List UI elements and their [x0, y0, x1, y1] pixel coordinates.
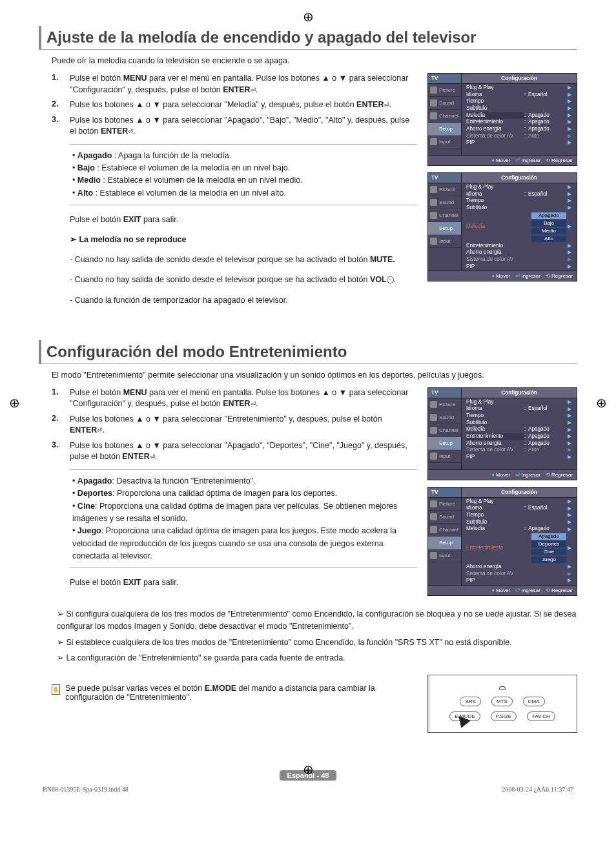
heading-accent — [39, 340, 41, 363]
osd-footer: MoverIngresarRegresar — [428, 271, 577, 281]
osd-row: Sistema de color AV.▶ — [462, 256, 576, 263]
osd-row: PIP.▶ — [462, 139, 576, 147]
osd-footer: MoverIngresarRegresar — [428, 469, 577, 480]
osd-tab: Sound — [428, 411, 461, 424]
step-num: 2. — [52, 414, 70, 436]
osd-tabs: PictureSoundChannelSetupInput — [428, 398, 462, 469]
section-melody: Ajuste de la melodía de encendido y apag… — [39, 26, 577, 314]
osd-tab: Picture — [428, 398, 461, 411]
osd-footer: MoverIngresarRegresar — [428, 155, 577, 165]
osd-row: Plug & Play.▶ — [462, 184, 576, 191]
osd-row: Subtítulo.▶ — [462, 519, 576, 526]
osd-tab: Input — [428, 549, 461, 562]
osd-row: Sistema de color AVAuto▶ — [462, 133, 576, 140]
osd-tab-icon — [430, 414, 437, 421]
remote-button-favch: FAV.CH — [527, 711, 555, 721]
osd-row: Subtítulo.▶ — [462, 105, 576, 112]
step-num: 1. — [52, 73, 70, 96]
print-footer: BN68-01395E-Spa-0319.indd 48 2008-03-24 … — [39, 786, 577, 793]
osd-tab-icon — [430, 99, 437, 107]
osd-tab-icon — [430, 212, 437, 219]
osd-option: Bajo — [531, 220, 567, 227]
osd-tab: Sound — [428, 511, 461, 524]
osd-row: Sistema de color AV.▶ — [462, 571, 576, 578]
osd-row: Plug & Play.▶ — [462, 498, 576, 506]
exit-line: Pulse el botón EXIT para salir. — [70, 214, 417, 226]
osd-tab: Input — [428, 235, 461, 248]
osd-row: Subtítulo.▶ — [462, 420, 576, 427]
osd-tabs: PictureSoundChannelSetupInput — [428, 84, 462, 155]
remote-button-psize: P.SIZE — [491, 711, 517, 721]
step-num: 3. — [52, 115, 70, 138]
remote-button-srs: SRS — [460, 697, 480, 706]
section-entertainment: Configuración del modo Entretenimiento E… — [39, 340, 577, 733]
osd-tab: Setup — [428, 222, 461, 235]
osd-tab-icon — [430, 199, 437, 206]
osd-option: Apagado — [531, 533, 567, 540]
osd-row: MelodíaApagado▶ — [462, 112, 576, 119]
note-item: Si configura cualquiera de los tres modo… — [57, 608, 577, 633]
osd-row: Tiempo.▶ — [462, 512, 576, 519]
osd-row: PIP.▶ — [462, 577, 576, 584]
options-box: Apagado: Desactiva la función "Entreteni… — [70, 469, 417, 569]
intro-melody: Puede oír la melodía cuando la televisió… — [39, 56, 577, 65]
osd-row: IdiomaEspañol▶ — [462, 405, 576, 413]
osd-row: MelodíaApagado▶ — [462, 426, 576, 433]
osd-row: PIP.▶ — [462, 454, 576, 461]
step-num: 2. — [52, 99, 70, 111]
registration-mark-icon: ⊕ — [303, 762, 314, 777]
osd-rows: Plug & Play.▶IdiomaEspañol▶Tiempo.▶Subtí… — [462, 498, 577, 585]
intro-entertainment: El modo "Entretenimiento" permite selecc… — [39, 371, 577, 380]
osd-title: Configuración — [462, 74, 577, 84]
osd-tab: Channel — [428, 524, 461, 537]
osd-tab-icon — [430, 225, 437, 232]
osd-row: Ahorro energíaApagado▶ — [462, 440, 576, 447]
osd-row: EntretenimientoApagado▶ — [462, 433, 576, 440]
exit-line: Pulse el botón EXIT para salir. — [70, 577, 417, 589]
registration-mark-icon: ⊕ — [9, 395, 20, 411]
osd-row: Tiempo.▶ — [462, 198, 576, 205]
osd-row: PIP.▶ — [462, 263, 576, 271]
step-num: 1. — [52, 387, 70, 410]
osd-tab-icon — [430, 238, 437, 245]
osd-tab-icon — [430, 526, 437, 533]
osd-row: Plug & Play.▶ — [462, 85, 576, 92]
osd-row: IdiomaEspañol▶ — [462, 191, 576, 198]
osd-source: TV — [428, 388, 462, 398]
registration-mark-icon: ⊕ — [303, 9, 314, 25]
osd-source: TV — [428, 74, 462, 84]
osd-tab-icon — [430, 427, 437, 434]
osd-rows: Plug & Play.▶IdiomaEspañol▶Tiempo.▶Subtí… — [462, 398, 577, 469]
osd-tab-icon — [430, 440, 437, 447]
osd-tab: Picture — [428, 84, 461, 97]
remote-button-dma: DMA — [523, 697, 545, 706]
osd-option: Cine — [531, 548, 567, 556]
osd-tab-icon — [430, 552, 437, 559]
note-item: La configuración de "Entretenimiento" se… — [57, 652, 577, 664]
osd-tab: Picture — [428, 183, 461, 196]
osd-tab: Setup — [428, 437, 461, 450]
osd-option: Deportes — [531, 540, 567, 548]
enter-icon: ⏎ — [251, 400, 256, 407]
no-play-item: Cuando la función de temporizador ha apa… — [70, 294, 417, 307]
osd-tab-icon — [430, 138, 437, 145]
osd-row: EntretenimientoApagadoDeportesCineJuego▶ — [462, 533, 576, 564]
osd-row: Tiempo.▶ — [462, 98, 576, 105]
step-num: 3. — [52, 440, 70, 463]
osd-row: MelodíaApagadoBajoMedioAlto▶ — [462, 212, 576, 243]
step-text: Pulse los botones ▲ o ▼ para seleccionar… — [70, 440, 417, 463]
osd-row: EntretenimientoApagado▶ — [462, 119, 576, 126]
remote-control-illustration: SRS MTS DMA E.MODE P.SIZE FAV.CH — [427, 675, 577, 733]
enter-icon: ⏎ — [251, 87, 256, 94]
vol-down-icon: − — [387, 276, 394, 283]
footer-right: 2008-03-24 ¿ÀÀü 11:37:47 — [502, 786, 573, 793]
osd-source: TV — [428, 487, 462, 498]
osd-tab-icon — [430, 539, 437, 546]
enter-icon: ⏎ — [150, 453, 155, 460]
osd-row: Ahorro energía.▶ — [462, 564, 576, 571]
osd-panel-config-entertainment: TVConfiguraciónPictureSoundChannelSetupI… — [427, 387, 577, 480]
osd-title: Configuración — [462, 487, 577, 498]
osd-tab-icon — [430, 453, 437, 460]
osd-source: TV — [428, 173, 462, 183]
osd-panel-config-entertainment-options: TVConfiguraciónPictureSoundChannelSetupI… — [427, 487, 577, 596]
